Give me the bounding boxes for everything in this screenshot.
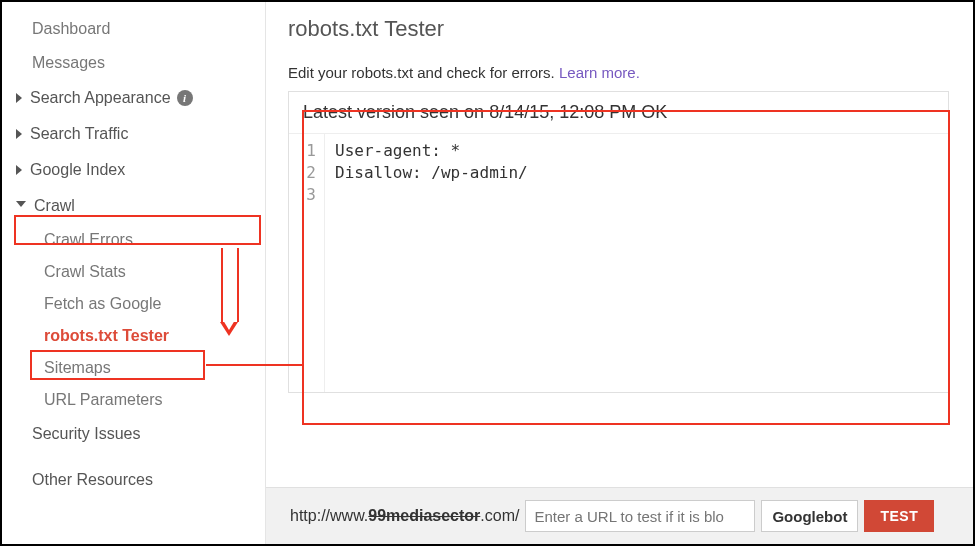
sidebar-item-security-issues[interactable]: Security Issues — [12, 416, 265, 452]
crawl-submenu: Crawl Errors Crawl Stats Fetch as Google… — [12, 224, 265, 416]
sidebar: Dashboard Messages Search Appearance i S… — [2, 2, 266, 544]
bot-dropdown[interactable]: Googlebot — [761, 500, 858, 532]
sidebar-cat-search-appearance[interactable]: Search Appearance i — [12, 80, 265, 116]
main-content: robots.txt Tester Edit your robots.txt a… — [266, 2, 973, 544]
sidebar-item-other-resources[interactable]: Other Resources — [12, 462, 265, 498]
test-bar: http://www.99mediasector.com/ Googlebot … — [266, 487, 973, 544]
sidebar-cat-label: Crawl — [34, 197, 75, 215]
test-button[interactable]: TEST — [864, 500, 934, 532]
code-editor[interactable]: 1 2 3 User-agent: *Disallow: /wp-admin/ — [289, 134, 948, 392]
sidebar-item-label: Security Issues — [32, 425, 140, 443]
editor-status-bar: Latest version seen on 8/14/15, 12:08 PM… — [289, 92, 948, 134]
info-icon: i — [177, 90, 193, 106]
caret-right-icon — [16, 93, 22, 103]
robots-editor: Latest version seen on 8/14/15, 12:08 PM… — [288, 91, 949, 393]
status-ok: OK — [636, 102, 667, 122]
sidebar-item-url-parameters[interactable]: URL Parameters — [40, 384, 265, 416]
caret-right-icon — [16, 129, 22, 139]
caret-right-icon — [16, 165, 22, 175]
line-gutter: 1 2 3 — [289, 134, 325, 392]
sidebar-item-crawl-stats[interactable]: Crawl Stats — [40, 256, 265, 288]
status-date: 8/14/15, 12:08 PM — [489, 102, 636, 122]
app-frame: Dashboard Messages Search Appearance i S… — [0, 0, 975, 546]
page-title: robots.txt Tester — [288, 16, 949, 42]
sidebar-item-robots-tester[interactable]: robots.txt Tester — [40, 320, 265, 352]
code-line: Disallow: /wp-admin/ — [335, 162, 938, 184]
sidebar-item-fetch-as-google[interactable]: Fetch as Google — [40, 288, 265, 320]
sidebar-item-label: Other Resources — [32, 471, 153, 489]
code-content[interactable]: User-agent: *Disallow: /wp-admin/ — [325, 134, 948, 392]
sidebar-cat-label: Search Traffic — [30, 125, 128, 143]
url-redacted: 99mediasector — [368, 507, 480, 524]
sidebar-item-dashboard[interactable]: Dashboard — [12, 12, 265, 46]
sidebar-item-messages[interactable]: Messages — [12, 46, 265, 80]
url-test-input[interactable] — [525, 500, 755, 532]
sidebar-cat-crawl[interactable]: Crawl — [12, 188, 265, 224]
sidebar-cat-google-index[interactable]: Google Index — [12, 152, 265, 188]
desc-text: Edit your robots.txt and check for error… — [288, 64, 559, 81]
sidebar-item-crawl-errors[interactable]: Crawl Errors — [40, 224, 265, 256]
code-line: User-agent: * — [335, 140, 938, 162]
gutter-line: 3 — [289, 184, 316, 206]
page-description: Edit your robots.txt and check for error… — [288, 64, 949, 81]
sidebar-cat-label: Google Index — [30, 161, 125, 179]
sidebar-cat-search-traffic[interactable]: Search Traffic — [12, 116, 265, 152]
learn-more-link[interactable]: Learn more. — [559, 64, 640, 81]
sidebar-item-sitemaps[interactable]: Sitemaps — [40, 352, 265, 384]
status-prefix: Latest version seen on — [303, 102, 489, 122]
url-prefix: http://www.99mediasector.com/ — [290, 507, 519, 525]
sidebar-cat-label: Search Appearance — [30, 89, 171, 107]
gutter-line: 2 — [289, 162, 316, 184]
caret-down-icon — [16, 201, 26, 212]
gutter-line: 1 — [289, 140, 316, 162]
